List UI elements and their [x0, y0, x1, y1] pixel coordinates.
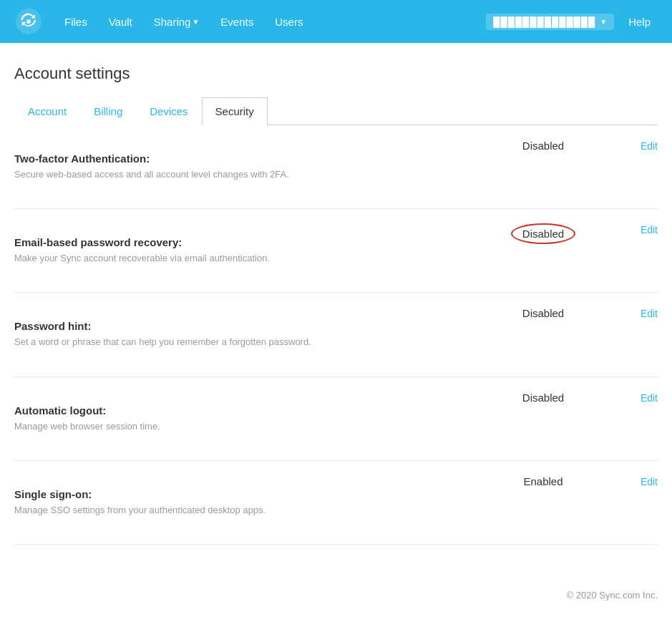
setting-status-auto-logout: Disabled	[472, 392, 615, 404]
setting-desc-password-hint: Password hint: Set a word or phrase that…	[14, 307, 472, 361]
setting-desc-sso: Single sign-on: Manage SSO settings from…	[14, 475, 472, 530]
setting-action-2fa: Edit	[615, 140, 658, 152]
setting-sublabel-email-recovery: Make your Sync account recoverable via e…	[14, 252, 472, 265]
tab-account[interactable]: Account	[14, 97, 80, 125]
setting-label-2fa: Two-factor Authentication:	[14, 152, 472, 165]
svg-point-1	[26, 19, 31, 24]
topnav: Files Vault Sharing ▼ Events Users █████…	[0, 0, 672, 43]
setting-status-email-recovery: Disabled	[472, 223, 615, 244]
setting-sublabel-auto-logout: Manage web browser session time.	[14, 420, 472, 433]
username-text: ██████████████	[493, 16, 595, 27]
settings-list: Two-factor Authentication: Secure web-ba…	[14, 125, 658, 545]
nav-files[interactable]: Files	[57, 16, 94, 28]
setting-row-password-hint: Password hint: Set a word or phrase that…	[14, 293, 658, 376]
edit-password-hint-link[interactable]: Edit	[641, 308, 658, 319]
setting-desc-email-recovery: Email-based password recovery: Make your…	[14, 223, 472, 278]
user-chevron-icon: ▼	[600, 18, 607, 26]
setting-row-sso: Single sign-on: Manage SSO settings from…	[14, 461, 658, 545]
setting-row-email-recovery: Email-based password recovery: Make your…	[14, 209, 658, 293]
tab-devices[interactable]: Devices	[136, 97, 201, 125]
edit-sso-link[interactable]: Edit	[641, 476, 658, 487]
setting-status-password-hint: Disabled	[472, 307, 615, 319]
setting-action-password-hint: Edit	[615, 307, 658, 320]
page-title: Account settings	[14, 64, 658, 83]
setting-label-auto-logout: Automatic logout:	[14, 404, 472, 417]
setting-sublabel-password-hint: Set a word or phrase that can help you r…	[14, 336, 472, 349]
nav-sharing[interactable]: Sharing ▼	[147, 16, 207, 28]
setting-action-auto-logout: Edit	[615, 392, 658, 404]
edit-auto-logout-link[interactable]: Edit	[641, 392, 658, 404]
setting-action-sso: Edit	[615, 475, 658, 488]
setting-status-sso: Enabled	[472, 475, 615, 487]
setting-sublabel-sso: Manage SSO settings from your authentica…	[14, 504, 472, 517]
setting-sublabel-2fa: Secure web-based access and all account …	[14, 168, 472, 181]
setting-action-email-recovery: Edit	[615, 223, 658, 236]
logo[interactable]	[14, 7, 43, 36]
nav-vault[interactable]: Vault	[102, 16, 140, 28]
edit-email-recovery-link[interactable]: Edit	[641, 224, 658, 235]
tab-billing[interactable]: Billing	[80, 97, 136, 125]
help-link[interactable]: Help	[621, 16, 658, 28]
setting-status-2fa: Disabled	[472, 140, 615, 152]
tabs-container: Account Billing Devices Security	[14, 97, 658, 125]
main-content: Account settings Account Billing Devices…	[0, 43, 672, 559]
highlighted-status-badge: Disabled	[511, 223, 575, 244]
sharing-chevron-icon: ▼	[192, 18, 199, 26]
setting-desc-2fa: Two-factor Authentication: Secure web-ba…	[14, 140, 472, 194]
nav-users[interactable]: Users	[268, 16, 310, 28]
setting-label-password-hint: Password hint:	[14, 320, 472, 332]
user-menu[interactable]: ██████████████ ▼	[486, 14, 614, 30]
setting-row-2fa: Two-factor Authentication: Secure web-ba…	[14, 125, 658, 209]
setting-row-auto-logout: Automatic logout: Manage web browser ses…	[14, 377, 658, 461]
setting-label-email-recovery: Email-based password recovery:	[14, 236, 472, 248]
setting-desc-auto-logout: Automatic logout: Manage web browser ses…	[14, 392, 472, 446]
tab-security[interactable]: Security	[202, 97, 268, 125]
edit-2fa-link[interactable]: Edit	[641, 140, 658, 152]
setting-label-sso: Single sign-on:	[14, 488, 472, 500]
nav-events[interactable]: Events	[213, 16, 260, 28]
